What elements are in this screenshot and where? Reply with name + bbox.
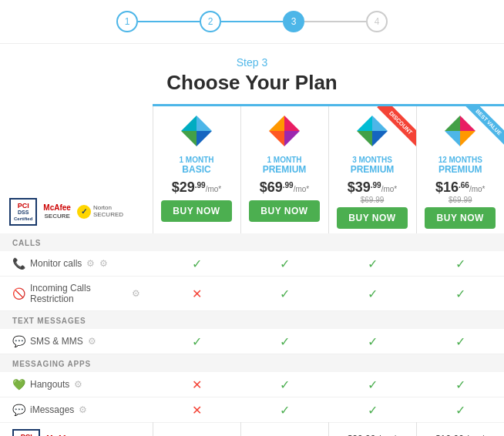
- buy-now-premium-3m[interactable]: BUY NOW: [337, 207, 408, 229]
- bottom-price-row: PCI DSS Certified McAfee SECURE ✓ Norton…: [0, 423, 504, 437]
- step-line-2: [221, 21, 283, 22]
- feature-val-hangouts-p3m: ✓: [328, 372, 416, 397]
- discount-ribbon: DISCOUNT: [368, 106, 416, 154]
- feature-val-hangouts-p12m: ✓: [416, 372, 504, 397]
- feature-val-sms-p12m: ✓: [416, 329, 504, 354]
- feature-row-hangouts: 💚 Hangouts ⚙ ✕ ✓ ✓ ✓: [0, 372, 504, 397]
- feature-name-sms: 💬 SMS & MMS ⚙: [0, 329, 153, 354]
- feature-row-incoming-calls: 🚫 Incoming Calls Restriction ⚙ ✕ ✓ ✓ ✓: [0, 277, 504, 311]
- feature-val-incoming-p12m: ✓: [416, 277, 504, 311]
- plan-diamond-basic: [156, 114, 237, 151]
- plan-col-premium-1m: 1 MONTH PREMIUM $69.99/mo* BUY NOW: [240, 106, 328, 234]
- plan-name-premium-3m: PREMIUM: [332, 164, 413, 175]
- feature-val-incoming-p3m: ✓: [328, 277, 416, 311]
- plan-duration-premium-12m: 12 MONTHS: [420, 156, 502, 164]
- feature-val-monitor-p12m: ✓: [416, 251, 504, 277]
- feature-val-monitor-basic: ✓: [153, 251, 240, 277]
- plan-price-basic: $29.99/mo*: [156, 179, 237, 196]
- feature-val-sms-p1m: ✓: [240, 329, 328, 354]
- step-4: 4: [366, 11, 388, 32]
- svg-marker-7: [269, 131, 284, 146]
- feature-name-hangouts: 💚 Hangouts ⚙: [0, 372, 153, 397]
- progress-container: 1 2 3 4: [0, 0, 504, 44]
- plan-name-basic: BASIC: [156, 164, 237, 175]
- feature-val-imessages-p3m: ✓: [328, 397, 416, 423]
- best-value-ribbon: BEST VALUE: [456, 106, 504, 154]
- norton-badge: ✓ NortonSECURED: [77, 205, 123, 219]
- feature-val-imessages-basic: ✕: [153, 397, 240, 423]
- section-text-messages: TEXT MESSAGES: [0, 311, 504, 330]
- plan-name-premium-12m: PREMIUM: [420, 164, 502, 175]
- plan-duration-basic: 1 MONTH: [156, 156, 237, 164]
- feature-val-monitor-p3m: ✓: [328, 251, 416, 277]
- feature-val-monitor-p1m: ✓: [240, 251, 328, 277]
- feature-val-sms-basic: ✓: [153, 329, 240, 354]
- step-2: 2: [200, 11, 221, 32]
- step-line-3: [304, 21, 366, 22]
- pci-badge: PCI DSS Certified: [9, 198, 37, 226]
- feature-val-sms-p3m: ✓: [328, 329, 416, 354]
- section-label-text: TEXT MESSAGES: [0, 311, 504, 330]
- feature-val-hangouts-basic: ✕: [153, 372, 240, 397]
- svg-marker-3: [181, 131, 197, 146]
- plan-col-premium-12m: BEST VALUE 12 MONTHS PREMIUM $16.66/mo* …: [416, 106, 504, 234]
- page-title: Choose Your Plan: [0, 71, 504, 95]
- svg-marker-8: [269, 116, 284, 131]
- plan-orig-price-3m: $69.99: [332, 196, 413, 204]
- trust-badges-top: PCI DSS Certified McAfee SECURE ✓: [9, 198, 153, 226]
- bottom-price-p1m: $69.99 /mo*: [240, 423, 328, 437]
- plan-price-premium-12m: $16.66/mo*: [420, 179, 502, 196]
- step-label: Step 3: [0, 56, 504, 69]
- feature-val-hangouts-p1m: ✓: [240, 372, 328, 397]
- plan-table: PCI DSS Certified McAfee SECURE ✓: [0, 104, 504, 436]
- bottom-price-p12m: $16.66 /mo* $69.99: [416, 423, 504, 437]
- feature-val-incoming-p1m: ✓: [240, 277, 328, 311]
- plan-col-premium-3m: DISCOUNT 3 MONTHS PREMIUM $39.99/mo* $69…: [328, 106, 416, 234]
- plan-orig-price-12m: $69.99: [420, 196, 502, 204]
- feature-val-imessages-p12m: ✓: [416, 397, 504, 423]
- feature-name-imessages: 💬 iMessages ⚙: [0, 397, 153, 423]
- buy-now-premium-1m[interactable]: BUY NOW: [249, 200, 320, 222]
- step-line-1: [138, 21, 200, 22]
- bottom-price-basic: $29.99 /mo*: [153, 423, 240, 437]
- plan-diamond-premium-1m: [244, 114, 325, 151]
- feature-row-imessages: 💬 iMessages ⚙ ✕ ✓ ✓ ✓: [0, 397, 504, 423]
- svg-marker-1: [197, 116, 212, 131]
- section-messaging-apps: MESSAGING APPS: [0, 354, 504, 373]
- plan-col-basic: 1 MONTH BASIC $29.99/mo* BUY NOW: [153, 106, 240, 234]
- mcafee-badge: McAfee SECURE: [43, 203, 71, 220]
- buy-now-premium-12m[interactable]: BUY NOW: [425, 207, 496, 229]
- section-calls: CALLS: [0, 233, 504, 251]
- feature-name-incoming-calls: 🚫 Incoming Calls Restriction ⚙: [0, 277, 153, 311]
- step-3: 3: [283, 11, 304, 32]
- page-header: Step 3 Choose Your Plan: [0, 44, 504, 104]
- plan-duration-premium-3m: 3 MONTHS: [332, 156, 413, 164]
- svg-marker-6: [284, 131, 300, 146]
- svg-marker-5: [284, 116, 300, 131]
- step-1: 1: [116, 11, 138, 32]
- feature-val-imessages-p1m: ✓: [240, 397, 328, 423]
- svg-marker-2: [197, 131, 212, 146]
- feature-row-monitor-calls: 📞 Monitor calls ⚙ ⚙ ✓ ✓ ✓ ✓: [0, 251, 504, 277]
- bottom-price-p3m: $39.99 /mo* $69.99: [328, 423, 416, 437]
- sidebar-header: PCI DSS Certified McAfee SECURE ✓: [0, 106, 153, 234]
- feature-row-sms: 💬 SMS & MMS ⚙ ✓ ✓ ✓ ✓: [0, 329, 504, 354]
- plan-duration-premium-1m: 1 MONTH: [244, 156, 325, 164]
- svg-marker-4: [181, 116, 197, 131]
- feature-val-incoming-basic: ✕: [153, 277, 240, 311]
- section-label-messaging: MESSAGING APPS: [0, 354, 504, 373]
- plan-price-premium-1m: $69.99/mo*: [244, 179, 325, 196]
- bottom-sidebar: PCI DSS Certified McAfee SECURE ✓ Norton…: [0, 423, 153, 437]
- section-label-calls: CALLS: [0, 233, 504, 251]
- feature-name-monitor-calls: 📞 Monitor calls ⚙ ⚙: [0, 251, 153, 277]
- buy-now-basic[interactable]: BUY NOW: [161, 200, 232, 222]
- plan-name-premium-1m: PREMIUM: [244, 164, 325, 175]
- plan-price-premium-3m: $39.99/mo*: [332, 179, 413, 196]
